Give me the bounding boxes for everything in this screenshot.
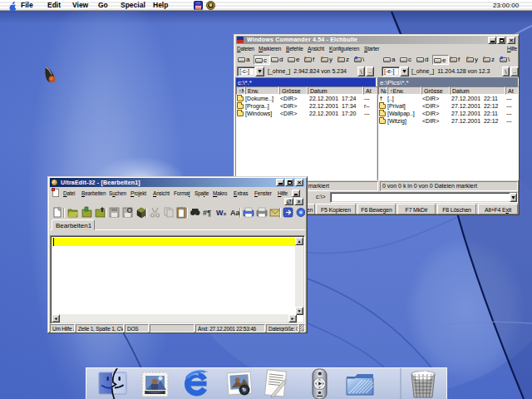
svg-text:#¶: #¶ bbox=[203, 209, 211, 217]
svg-text:Aa: Aa bbox=[230, 209, 240, 217]
svg-text:W₂: W₂ bbox=[216, 209, 227, 217]
